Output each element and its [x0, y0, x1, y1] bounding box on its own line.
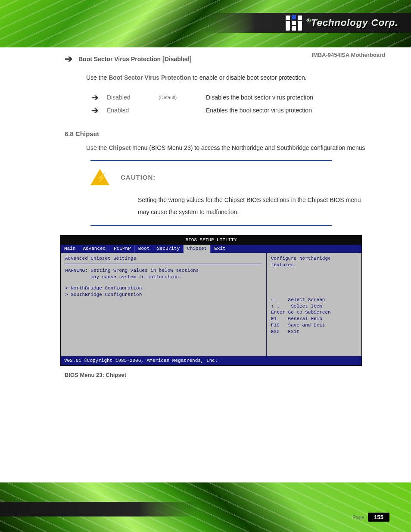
option-default: (Default)	[159, 95, 206, 100]
brand-logo	[286, 15, 302, 31]
bios-warning: WARNING: Setting wrong values in below s…	[65, 268, 262, 280]
bios-tab: Security	[153, 245, 184, 253]
caution-label: CAUTION:	[121, 174, 156, 181]
option-intro: Use the Boot Sector Virus Protection to …	[86, 72, 385, 84]
bios-hint: Configure NorthBridge features.	[271, 255, 357, 268]
caution-text: Setting the wrong values for the Chipset…	[138, 194, 362, 218]
figure-caption: BIOS Menu 23: Chipset	[65, 372, 385, 378]
bios-tab: Advanced	[79, 245, 110, 253]
bios-left-pane: Advanced Chipset Settings WARNING: Setti…	[61, 253, 266, 356]
bios-tab: PCIPnP	[110, 245, 135, 253]
option-heading: Boot Sector Virus Protection [Disabled]	[78, 56, 192, 62]
footer-decoration	[0, 482, 411, 532]
chipset-paragraph: Use the Chipset menu (BIOS Menu 23) to a…	[86, 142, 385, 154]
divider	[65, 264, 262, 264]
page-content: ➔ Boot Sector Virus Protection [Disabled…	[65, 51, 385, 476]
page-label: Page	[352, 514, 364, 520]
bios-help-line: ←→ Select Screen	[271, 297, 357, 303]
brand-bar: ®Technology Corp.	[204, 13, 411, 33]
option-heading-row: ➔ Boot Sector Virus Protection [Disabled…	[65, 54, 385, 64]
option-description: Disables the boot sector virus protectio…	[206, 94, 313, 101]
option-name: Enabled	[107, 107, 159, 114]
header-decoration: ®Technology Corp.	[0, 0, 411, 47]
bios-tab: Exit	[211, 245, 229, 253]
caution-callout: ⚡ CAUTION: Setting the wrong values for …	[90, 160, 332, 226]
arrow-right-icon: ➔	[91, 92, 107, 103]
bios-menu-item: > NorthBridge Configuration	[65, 285, 262, 292]
bios-tab: Boot	[135, 245, 153, 253]
bios-help-line: ESC Exit	[271, 329, 357, 335]
page-number-pill: 155	[368, 513, 389, 522]
bios-tab-bar: Main Advanced PCIPnP Boot Security Chips…	[61, 245, 361, 253]
bios-screenshot: BIOS SETUP UTILITY Main Advanced PCIPnP …	[60, 235, 362, 366]
divider	[90, 225, 332, 226]
option-name: Disabled	[107, 94, 159, 101]
caution-icon: ⚡	[90, 169, 109, 185]
bios-title: BIOS SETUP UTILITY	[61, 236, 361, 245]
section-heading: 6.8 Chipset	[65, 130, 385, 137]
bios-menu-item: > SouthBridge Configuration	[65, 292, 262, 298]
footer-dark-bar	[0, 502, 198, 516]
bios-help-line: ↑ ↓ Select Item	[271, 303, 357, 310]
option-row: ➔ Enabled Enables the boot sector virus …	[91, 105, 385, 115]
bios-help-line: F10 Save and Exit	[271, 322, 357, 329]
bios-help-line: F1 General Help	[271, 316, 357, 322]
bios-footer: v02.61 ©Copyright 1985-2006, American Me…	[61, 356, 361, 365]
option-description: Enables the boot sector virus protection	[206, 107, 312, 114]
bios-help-line: Enter Go to SubScreen	[271, 309, 357, 316]
arrow-right-icon: ➔	[91, 105, 107, 115]
brand-text: ®Technology Corp.	[306, 17, 398, 28]
page-number: Page 155	[352, 513, 389, 522]
bios-tab-selected: Chipset	[184, 245, 211, 253]
bios-tab: Main	[61, 245, 79, 253]
bios-right-pane: Configure NorthBridge features. ←→ Selec…	[267, 253, 361, 356]
bios-pane-heading: Advanced Chipset Settings	[65, 255, 262, 262]
arrow-right-icon: ➔	[65, 54, 72, 64]
option-row: ➔ Disabled (Default) Disables the boot s…	[91, 92, 385, 103]
